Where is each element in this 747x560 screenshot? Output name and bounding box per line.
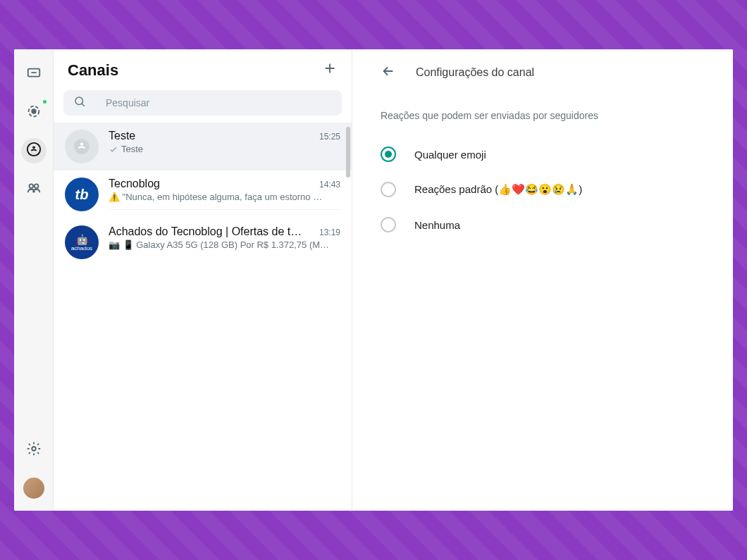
channel-search[interactable] (63, 90, 342, 116)
reaction-option-any[interactable]: Qualquer emoji (381, 137, 705, 172)
channel-time: 13:19 (319, 228, 340, 237)
channel-avatar (65, 130, 99, 163)
channel-name: Tecnoblog (109, 178, 160, 190)
settings-title: Configurações do canal (416, 66, 534, 79)
delivered-tick-icon (109, 144, 118, 154)
chat-icon (26, 66, 42, 84)
channel-preview: Teste (121, 144, 143, 154)
channel-avatar: tb (65, 178, 99, 211)
radio-button[interactable] (381, 147, 396, 162)
profile-avatar (23, 478, 44, 499)
channel-preview: ⚠️ "Nunca, em hipótese alguma, faça um e… (109, 192, 322, 202)
channel-name: Teste (109, 130, 135, 142)
channel-name: Achados do Tecnoblog | Ofertas de t… (109, 225, 302, 238)
channel-item-teste[interactable]: Teste 15:25 Teste (54, 123, 352, 170)
channels-icon (26, 142, 42, 160)
channel-list[interactable]: Teste 15:25 Teste tb (54, 123, 352, 511)
svg-point-2 (32, 109, 36, 113)
channel-time: 15:25 (319, 132, 340, 142)
left-navbar (14, 49, 54, 511)
channel-item-achados[interactable]: 🤖 achados Achados do Tecnoblog | Ofertas… (54, 218, 352, 266)
channel-list-panel: Canais (54, 49, 352, 511)
svg-point-8 (75, 97, 83, 105)
reaction-option-none[interactable]: Nenhuma (381, 207, 705, 242)
add-channel-button[interactable] (322, 61, 338, 80)
svg-point-10 (80, 143, 83, 146)
channel-time: 14:43 (319, 180, 340, 189)
channel-avatar: 🤖 achados (65, 225, 99, 259)
channel-list-title: Canais (68, 61, 118, 80)
radio-label: Qualquer emoji (414, 149, 486, 161)
nav-profile[interactable] (21, 475, 47, 501)
search-icon (73, 95, 86, 111)
svg-point-7 (32, 447, 36, 451)
radio-label: Nenhuma (414, 219, 460, 231)
nav-channels[interactable] (21, 138, 47, 163)
nav-communities[interactable] (21, 176, 47, 201)
nav-settings[interactable] (21, 437, 47, 463)
robot-icon: 🤖 (76, 234, 88, 245)
communities-icon (26, 180, 42, 198)
radio-button[interactable] (381, 182, 396, 197)
plus-icon (322, 62, 338, 80)
svg-point-5 (29, 184, 33, 188)
svg-point-4 (32, 146, 35, 149)
nav-chats[interactable] (21, 62, 47, 87)
radio-label: Reações padrão (👍❤️😂😮😢🙏) (414, 183, 582, 196)
channel-preview: 📷 📱 Galaxy A35 5G (128 GB) Por R$ 1.372,… (109, 239, 329, 250)
channel-list-header: Canais (54, 49, 352, 87)
channel-item-tecnoblog[interactable]: tb Tecnoblog 14:43 ⚠️ "Nunca, em hipótes… (54, 170, 352, 218)
arrow-left-icon (381, 69, 396, 81)
scrollbar-thumb[interactable] (346, 127, 350, 178)
svg-point-6 (34, 184, 37, 188)
status-icon (26, 104, 42, 122)
channel-search-input[interactable] (106, 97, 332, 108)
gear-icon (26, 441, 42, 459)
status-online-dot (42, 99, 48, 105)
nav-status[interactable] (21, 100, 47, 125)
reactions-section-label: Reações que podem ser enviadas por segui… (381, 110, 705, 121)
app-window: Canais (14, 49, 733, 511)
radio-button[interactable] (381, 217, 396, 232)
reaction-option-default[interactable]: Reações padrão (👍❤️😂😮😢🙏) (381, 172, 705, 207)
channel-settings-panel: Configurações do canal Reações que podem… (352, 49, 733, 511)
back-button[interactable] (381, 63, 396, 82)
